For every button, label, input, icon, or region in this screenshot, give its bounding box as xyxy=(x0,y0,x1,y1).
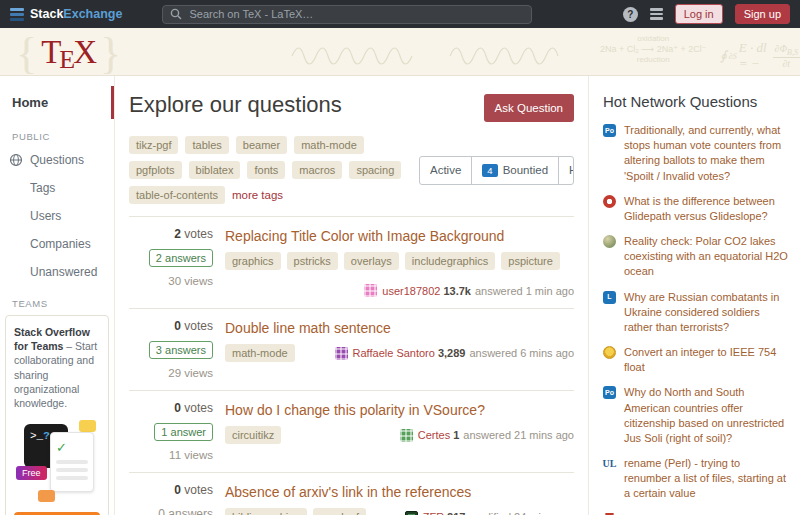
site-header: { TEX } oxidation 2Na + Cl₂ ⟶ 2Na⁺ + 2Cl… xyxy=(0,28,800,76)
question-tag[interactable]: math-mode xyxy=(225,344,295,362)
stackexchange-logo-text: StackExchange xyxy=(30,7,122,21)
teams-promo-card: Stack Overflow for Teams – Start collabo… xyxy=(5,315,109,515)
decorative-script xyxy=(290,42,580,66)
question-activity: answered 1 min ago xyxy=(475,285,574,297)
question-row: 0 votes 3 answers 29 views Double line m… xyxy=(129,308,574,390)
filter-tag[interactable]: macros xyxy=(292,161,342,179)
logo-brace: { xyxy=(16,32,37,76)
sidebar-section-public: PUBLIC xyxy=(12,131,114,142)
main-column: Explore our questions Ask Question tikz-… xyxy=(115,76,588,515)
filter-tag[interactable]: beamer xyxy=(236,136,287,154)
content-area: Home PUBLIC Questions Tags Users Compani… xyxy=(0,76,800,515)
question-tag[interactable]: pspicture xyxy=(501,252,560,270)
search-input[interactable] xyxy=(162,5,532,24)
question-tag[interactable]: bibliographies xyxy=(225,508,307,515)
search-icon xyxy=(170,8,182,20)
filter-tag[interactable]: table-of-contents xyxy=(129,186,225,204)
views-count: 29 views xyxy=(129,367,213,379)
username-link[interactable]: ZFR xyxy=(423,511,444,515)
question-title-link[interactable]: Double line math sentence xyxy=(225,319,391,337)
checklist-card-icon: ✓ xyxy=(50,432,94,492)
tab-active[interactable]: Active xyxy=(420,157,472,184)
hot-question-link[interactable]: What does 'the party of visitors refer t… xyxy=(603,512,788,515)
hot-question-link[interactable]: LWhy are Russian combatants in Ukraine c… xyxy=(603,290,788,336)
sidebar-item-users[interactable]: Users xyxy=(0,202,114,230)
user-reputation: 1 xyxy=(453,429,459,441)
question-row: 2 votes 2 answers 30 views Replacing Tit… xyxy=(129,216,574,308)
question-tag[interactable]: includegraphics xyxy=(405,252,495,270)
sidebar-section-teams: TEAMS xyxy=(12,298,114,309)
signup-button[interactable]: Sign up xyxy=(735,4,790,24)
avatar xyxy=(364,284,377,297)
user-reputation: 3,289 xyxy=(438,347,466,359)
filter-tag[interactable]: tikz-pgf xyxy=(129,136,178,154)
sidebar-item-tags[interactable]: Tags xyxy=(0,174,114,202)
username-link[interactable]: user187802 xyxy=(382,285,440,297)
site-switcher-icon[interactable] xyxy=(650,8,663,20)
filter-tag[interactable]: fonts xyxy=(247,161,285,179)
hot-question-link[interactable]: PoTraditionally, and currently, what sto… xyxy=(603,123,788,184)
teams-illustration: >_? ✓ Free xyxy=(16,420,98,504)
tex-site-logo[interactable]: { TEX } xyxy=(16,30,121,76)
sidebar-item-companies[interactable]: Companies xyxy=(0,230,114,258)
user-reputation: 13.7k xyxy=(443,285,471,297)
tag-filter-list: tikz-pgf tables beamer math-mode pgfplot… xyxy=(129,136,419,204)
username-link[interactable]: Certes xyxy=(418,429,450,441)
hot-network-questions-title: Hot Network Questions xyxy=(603,93,788,110)
question-title-link[interactable]: Replacing Title Color with Image Backgro… xyxy=(225,227,504,245)
answers-count: 1 answer xyxy=(154,423,213,441)
question-tag[interactable]: graphics xyxy=(225,252,281,270)
sidebar-item-home[interactable]: Home xyxy=(0,86,114,119)
question-activity: answered 21 mins ago xyxy=(463,429,574,441)
answers-count: 3 answers xyxy=(149,341,213,359)
chat-bubble-icon xyxy=(79,420,96,432)
question-user-card: Raffaele Santoro 3,289 answered 6 mins a… xyxy=(335,347,574,360)
question-tag[interactable]: overleaf xyxy=(313,508,366,515)
hot-question-link[interactable]: Reality check: Polar CO2 lakes coexistin… xyxy=(603,234,788,280)
tab-hot[interactable]: Hot xyxy=(559,157,574,184)
question-user-card: ZFR 217 modified 24 mins ago xyxy=(405,511,574,515)
views-count: 11 views xyxy=(129,449,213,461)
hot-question-link[interactable]: What is the difference between Glidepath… xyxy=(603,194,788,224)
decorative-integral-formula: ∮∂S E · dl = − ∂ΦB,S∂t xyxy=(720,40,800,72)
question-stats: 0 votes 1 answer 11 views xyxy=(129,401,213,461)
sidebar-item-questions[interactable]: Questions xyxy=(0,146,114,174)
stackexchange-logo[interactable]: StackExchange xyxy=(10,7,122,21)
question-row: 0 votes 0 answers 24 views Absence of ar… xyxy=(129,472,574,515)
globe-icon xyxy=(9,153,23,167)
filter-tag[interactable]: biblatex xyxy=(189,161,241,179)
question-tag[interactable]: pstricks xyxy=(287,252,338,270)
help-icon[interactable]: ? xyxy=(623,7,638,22)
tab-bountied[interactable]: 4Bountied xyxy=(472,157,559,184)
hot-network-questions: Hot Network Questions PoTraditionally, a… xyxy=(588,76,800,515)
username-link[interactable]: Raffaele Santoro xyxy=(353,347,435,359)
question-title-link[interactable]: How do I change this polarity in VSource… xyxy=(225,401,485,419)
answers-count: 0 answers xyxy=(158,507,213,515)
views-count: 30 views xyxy=(129,275,213,287)
hot-question-link[interactable]: Convert an integer to IEEE 754 float xyxy=(603,345,788,375)
page: StackExchange ? Log in Sign up { TEX } o… xyxy=(0,0,800,515)
question-title-link[interactable]: Absence of arxiv's link in the reference… xyxy=(225,483,471,501)
filter-tag[interactable]: spacing xyxy=(349,161,401,179)
avatar xyxy=(400,429,413,442)
hot-question-link[interactable]: PoWhy do North and South American countr… xyxy=(603,385,788,446)
filter-tag[interactable]: math-mode xyxy=(294,136,364,154)
hot-question-link[interactable]: ULrename (Perl) - trying to renumber a l… xyxy=(603,456,788,502)
sidebar-item-unanswered[interactable]: Unanswered xyxy=(0,258,114,286)
law-icon: L xyxy=(603,291,616,304)
question-activity: modified 24 mins ago xyxy=(469,511,574,515)
question-stats: 0 votes 0 answers 24 views xyxy=(129,483,213,515)
ask-question-button[interactable]: Ask Question xyxy=(484,94,574,122)
politics-icon: Po xyxy=(603,124,616,137)
question-activity: answered 6 mins ago xyxy=(469,347,574,359)
filter-tag[interactable]: pgfplots xyxy=(129,161,182,179)
top-actions: ? Log in Sign up xyxy=(623,4,790,24)
more-tags-link[interactable]: more tags xyxy=(232,189,283,201)
medal-icon xyxy=(603,346,616,359)
question-row: 0 votes 1 answer 11 views How do I chang… xyxy=(129,390,574,472)
filter-tag[interactable]: tables xyxy=(185,136,228,154)
free-badge: Free xyxy=(16,466,47,480)
question-tag[interactable]: overlays xyxy=(344,252,399,270)
question-tag[interactable]: circuitikz xyxy=(225,426,281,444)
login-button[interactable]: Log in xyxy=(675,4,723,24)
